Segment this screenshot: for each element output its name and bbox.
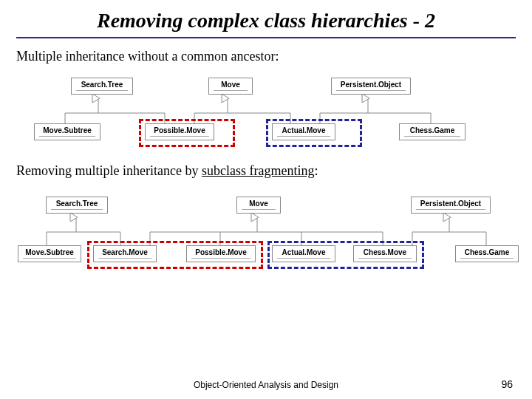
- slide-title: Removing complex class hierarchies - 2: [0, 0, 532, 37]
- class-label: Search.Tree: [81, 81, 123, 89]
- footer-text: Object-Oriented Analysis and Design: [0, 380, 532, 390]
- class-label: Move.Subtree: [43, 126, 92, 134]
- class-search-tree-2: Search.Tree: [46, 197, 108, 214]
- class-move-subtree-2: Move.Subtree: [18, 245, 81, 262]
- class-move-2: Move: [236, 197, 281, 214]
- intro-text: Multiple inheritance without a common an…: [0, 46, 532, 70]
- class-label: Move.Subtree: [25, 248, 74, 256]
- class-label: Move: [249, 200, 268, 208]
- class-search-tree: Search.Tree: [71, 78, 133, 95]
- class-chess-game-2: Chess.Game: [455, 245, 519, 262]
- class-persistent-object-2: Persistent.Object: [411, 197, 491, 214]
- section2-b: subclass fragmenting: [202, 163, 314, 178]
- footer: Object-Oriented Analysis and Design 96: [0, 380, 532, 390]
- section2-c: :: [314, 163, 318, 178]
- class-move-subtree: Move.Subtree: [34, 123, 100, 140]
- class-chess-game: Chess.Game: [399, 123, 466, 140]
- page-number: 96: [501, 378, 513, 390]
- diagram-1: Search.Tree Move Persistent.Object Move.…: [21, 70, 511, 151]
- highlight-red: [139, 119, 235, 147]
- highlight-blue-2: [267, 241, 424, 269]
- highlight-blue: [266, 119, 362, 147]
- class-label: Chess.Game: [465, 248, 510, 256]
- section-2-text: Removing multiple inheritance by subclas…: [0, 151, 532, 185]
- class-label: Move: [221, 81, 240, 89]
- diagram-2: Search.Tree Move Persistent.Object Move.…: [21, 188, 511, 276]
- class-label: Persistent.Object: [420, 200, 481, 208]
- class-move: Move: [208, 78, 253, 95]
- section2-a: Removing multiple inheritance by: [16, 163, 202, 178]
- class-persistent-object: Persistent.Object: [331, 78, 411, 95]
- class-label: Persistent.Object: [341, 81, 401, 89]
- class-label: Search.Tree: [56, 200, 98, 208]
- highlight-red-2: [87, 241, 263, 269]
- class-label: Chess.Game: [410, 126, 455, 134]
- title-rule: [16, 37, 516, 38]
